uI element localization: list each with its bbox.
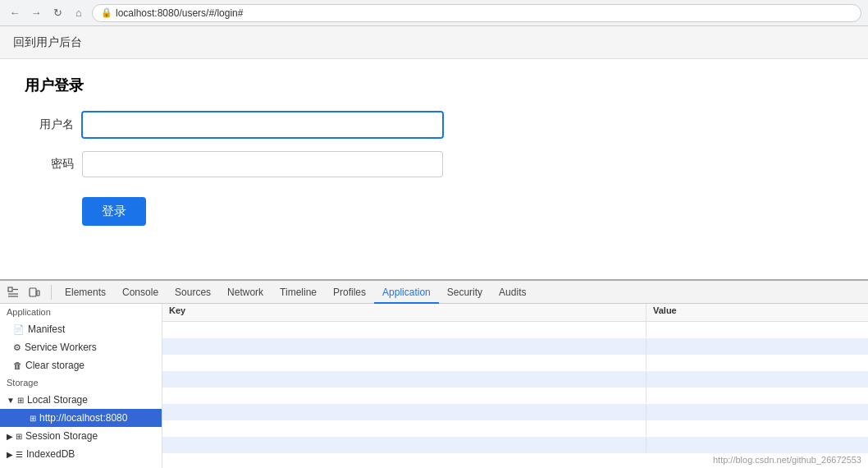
svg-rect-0 bbox=[8, 287, 12, 291]
service-workers-label: Service Workers bbox=[25, 342, 97, 353]
row-val bbox=[646, 322, 868, 337]
table-row[interactable] bbox=[162, 437, 868, 453]
row-key bbox=[162, 338, 646, 354]
local-storage-grid-icon: ⊞ bbox=[17, 396, 24, 405]
local-storage-child-localhost[interactable]: ⊞ http://localhost:8080 bbox=[0, 409, 162, 427]
indexed-db-header[interactable]: ▶ ☰ IndexedDB bbox=[0, 445, 162, 463]
login-title: 用户登录 bbox=[25, 76, 843, 95]
sidebar-item-service-workers[interactable]: ⚙ Service Workers bbox=[0, 338, 162, 356]
tab-profiles[interactable]: Profiles bbox=[325, 281, 374, 304]
table-rows bbox=[162, 322, 868, 468]
row-val bbox=[646, 388, 868, 403]
tab-audits[interactable]: Audits bbox=[491, 281, 534, 304]
tab-timeline[interactable]: Timeline bbox=[272, 281, 325, 304]
row-key bbox=[162, 322, 646, 337]
svg-rect-4 bbox=[30, 288, 36, 296]
session-storage-triangle: ▶ bbox=[7, 432, 13, 441]
sidebar-item-clear-storage[interactable]: 🗑 Clear storage bbox=[0, 356, 162, 374]
username-label: 用户名 bbox=[25, 117, 74, 132]
devtools-tab-bar: Elements Console Sources Network Timelin… bbox=[0, 281, 868, 304]
session-storage-label: Session Storage bbox=[25, 430, 98, 442]
inspect-element-icon[interactable] bbox=[3, 282, 23, 302]
row-val bbox=[646, 404, 868, 420]
session-storage-group: ▶ ⊞ Session Storage bbox=[0, 427, 162, 445]
row-val bbox=[646, 420, 868, 436]
row-key bbox=[162, 355, 646, 370]
home-button[interactable]: ⌂ bbox=[71, 5, 87, 21]
sidebar-item-manifest[interactable]: 📄 Manifest bbox=[0, 320, 162, 338]
forward-button[interactable]: → bbox=[28, 5, 44, 21]
value-column-header: Value bbox=[646, 304, 868, 321]
local-storage-header[interactable]: ▼ ⊞ Local Storage bbox=[0, 391, 162, 409]
address-bar[interactable]: 🔒 localhost:8080/users/#/login# bbox=[92, 4, 861, 22]
table-row[interactable] bbox=[162, 322, 868, 338]
url-text: localhost:8080/users/#/login# bbox=[116, 7, 243, 19]
local-storage-grid-icon-child: ⊞ bbox=[30, 414, 36, 423]
password-input[interactable] bbox=[82, 151, 443, 177]
application-section-label: Application bbox=[0, 304, 162, 320]
key-column-header: Key bbox=[162, 304, 646, 321]
password-label: 密码 bbox=[25, 157, 74, 172]
local-storage-label: Local Storage bbox=[27, 394, 88, 406]
tab-console[interactable]: Console bbox=[114, 281, 167, 304]
device-toolbar-icon[interactable] bbox=[25, 282, 44, 302]
reload-button[interactable]: ↻ bbox=[49, 5, 66, 21]
tab-security[interactable]: Security bbox=[439, 281, 491, 304]
row-key bbox=[162, 437, 646, 452]
table-row[interactable] bbox=[162, 404, 868, 420]
devtools-main: Key Value bbox=[162, 304, 868, 468]
browser-toolbar: ← → ↻ ⌂ 🔒 localhost:8080/users/#/login# bbox=[0, 0, 868, 26]
lock-icon: 🔒 bbox=[101, 7, 112, 18]
row-val bbox=[646, 338, 868, 354]
password-row: 密码 bbox=[25, 151, 843, 177]
login-button[interactable]: 登录 bbox=[82, 197, 146, 226]
local-storage-triangle: ▼ bbox=[7, 396, 15, 405]
back-button[interactable]: ← bbox=[7, 5, 23, 21]
row-key bbox=[162, 371, 646, 387]
indexed-db-label: IndexedDB bbox=[26, 448, 75, 460]
site-nav: 回到用户后台 bbox=[0, 26, 868, 59]
devtools-sidebar: Application 📄 Manifest ⚙ Service Workers… bbox=[0, 304, 162, 468]
table-row[interactable] bbox=[162, 420, 868, 437]
local-storage-child-label: http://localhost:8080 bbox=[39, 412, 127, 424]
storage-section-label: Storage bbox=[0, 374, 162, 391]
table-header: Key Value bbox=[162, 304, 868, 322]
row-val bbox=[646, 437, 868, 452]
username-input[interactable] bbox=[82, 112, 443, 138]
manifest-icon: 📄 bbox=[13, 324, 25, 335]
table-row[interactable] bbox=[162, 371, 868, 388]
row-val bbox=[646, 371, 868, 387]
row-key bbox=[162, 388, 646, 403]
tab-application[interactable]: Application bbox=[374, 281, 439, 304]
tab-sources[interactable]: Sources bbox=[167, 281, 219, 304]
session-storage-grid-icon: ⊞ bbox=[16, 432, 22, 441]
row-key bbox=[162, 404, 646, 420]
clear-storage-icon: 🗑 bbox=[13, 360, 22, 370]
service-workers-icon: ⚙ bbox=[13, 342, 21, 353]
devtools-body: Application 📄 Manifest ⚙ Service Workers… bbox=[0, 304, 868, 468]
back-to-dashboard-link[interactable]: 回到用户后台 bbox=[13, 29, 82, 57]
local-storage-group: ▼ ⊞ Local Storage ⊞ http://localhost:808… bbox=[0, 391, 162, 427]
row-key bbox=[162, 420, 646, 436]
login-section: 用户登录 用户名 密码 登录 bbox=[0, 59, 868, 242]
tab-separator bbox=[51, 285, 52, 300]
page-content: 回到用户后台 用户登录 用户名 密码 登录 bbox=[0, 26, 868, 242]
table-row[interactable] bbox=[162, 355, 868, 371]
indexed-db-triangle: ▶ bbox=[7, 450, 13, 459]
table-row[interactable] bbox=[162, 388, 868, 404]
clear-storage-label: Clear storage bbox=[25, 360, 85, 371]
indexed-db-grid-icon: ☰ bbox=[16, 450, 23, 459]
session-storage-header[interactable]: ▶ ⊞ Session Storage bbox=[0, 427, 162, 445]
tab-elements[interactable]: Elements bbox=[57, 281, 114, 304]
row-val bbox=[646, 355, 868, 370]
manifest-label: Manifest bbox=[28, 323, 65, 335]
table-row[interactable] bbox=[162, 338, 868, 355]
devtools-panel: Elements Console Sources Network Timelin… bbox=[0, 279, 868, 468]
tab-network[interactable]: Network bbox=[219, 281, 272, 304]
svg-rect-5 bbox=[37, 291, 39, 296]
username-row: 用户名 bbox=[25, 112, 843, 138]
